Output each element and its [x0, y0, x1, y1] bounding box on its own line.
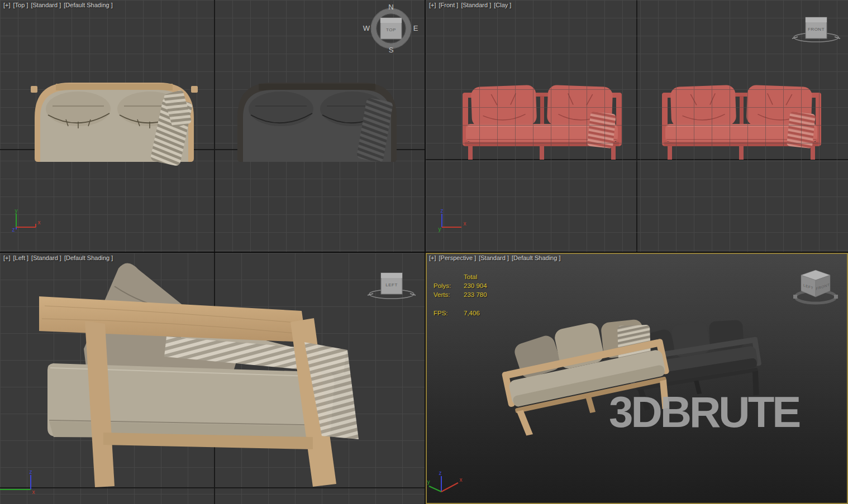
watermark-3dbrute: 3DBRUTE	[609, 390, 799, 434]
viewport-left[interactable]: [+] [Left ] [Standard ] [Default Shading…	[0, 253, 425, 504]
scene-front-view	[426, 0, 848, 252]
compass-north[interactable]: N	[388, 3, 393, 11]
axis-tripod-front: z x y	[427, 208, 471, 243]
shading-menu[interactable]: [Default Shading ]	[512, 255, 560, 261]
viewcube-front[interactable]: FRONT	[791, 6, 841, 50]
viewcube-face-label: FRONT	[808, 27, 825, 32]
stats-gap	[433, 300, 487, 308]
statistics-panel: Total Polys: 230 904 Verts: 233 780 FPS:…	[433, 273, 487, 316]
general-viewport-menu[interactable]: [+]	[429, 2, 436, 8]
sofa-clay-front-view-1[interactable]	[463, 85, 622, 160]
axis-y-label: y	[15, 208, 18, 214]
renderer-menu[interactable]: [Standard ]	[461, 2, 491, 8]
general-viewport-menu[interactable]: [+]	[3, 255, 11, 261]
viewport-menu: [+] [Top ] [Standard ] [Default Shading …	[3, 2, 113, 8]
shading-menu[interactable]: [Clay ]	[494, 2, 511, 8]
point-of-view-menu[interactable]: [Perspective ]	[439, 255, 477, 261]
viewport-menu: [+] [Front ] [Standard ] [Clay ]	[429, 2, 511, 8]
stats-polys-label: Polys:	[433, 282, 457, 289]
stats-polys-value: 230 904	[464, 282, 487, 289]
scene-left-view	[0, 253, 425, 504]
viewport-perspective[interactable]: 3DBRUTE Total Polys: 230 904 Verts: 233 …	[426, 253, 848, 504]
point-of-view-menu[interactable]: [Front ]	[439, 2, 459, 8]
stats-verts-value: 233 780	[464, 291, 487, 298]
axis-x-label: x	[38, 219, 41, 225]
viewcube-face-label: TOP	[386, 27, 396, 32]
point-of-view-menu[interactable]: [Left ]	[13, 255, 29, 261]
sofa-beige-left-view[interactable]	[39, 263, 359, 487]
compass-south[interactable]: S	[389, 46, 394, 54]
renderer-menu[interactable]: [Standard ]	[479, 255, 509, 261]
axis-tripod-perspective: z y x	[426, 471, 470, 504]
axis-y-label: y	[427, 479, 430, 485]
point-of-view-menu[interactable]: [Top ]	[13, 2, 28, 8]
stats-spacer	[433, 273, 457, 280]
sofa-dark-top-view[interactable]	[237, 83, 397, 163]
viewcube-perspective[interactable]: LEFT FRONT	[789, 261, 842, 309]
axis-z-label: z	[441, 208, 444, 214]
stats-fps-value: 7,406	[464, 310, 487, 316]
viewport-front[interactable]: [+] [Front ] [Standard ] [Clay ] FRONT z…	[426, 0, 848, 252]
compass-east[interactable]: E	[413, 24, 418, 32]
viewport-top[interactable]: [+] [Top ] [Standard ] [Default Shading …	[0, 0, 425, 252]
axis-x-label: x	[32, 489, 35, 495]
axis-tripod-left: z x	[0, 469, 45, 504]
sofa-clay-front-view-2[interactable]	[662, 85, 821, 160]
axis-z-label: z	[439, 471, 442, 476]
compass-west[interactable]: W	[363, 24, 370, 32]
axis-y-label: y	[439, 226, 441, 232]
scene-perspective-view	[426, 253, 848, 504]
stats-total-header: Total	[464, 273, 487, 280]
shading-menu[interactable]: [Default Shading ]	[64, 2, 112, 8]
viewcube-left[interactable]: LEFT	[366, 261, 417, 305]
axis-z-label: z	[12, 227, 15, 233]
axis-z-label: z	[30, 469, 32, 475]
viewcube-face-label: LEFT	[385, 282, 398, 287]
renderer-menu[interactable]: [Standard ]	[31, 2, 61, 8]
general-viewport-menu[interactable]: [+]	[429, 255, 436, 261]
axis-x-label: x	[460, 477, 463, 483]
3dsmax-viewport-layout: [+] [Top ] [Standard ] [Default Shading …	[0, 0, 848, 504]
viewport-menu: [+] [Perspective ] [Standard ] [Default …	[429, 255, 560, 261]
stats-fps-label: FPS:	[433, 310, 457, 316]
sofa-beige-top-view[interactable]	[31, 83, 198, 166]
viewcube-top[interactable]: N E S W TOP	[360, 0, 422, 56]
axis-x-label: x	[464, 220, 466, 227]
shading-menu[interactable]: [Default Shading ]	[64, 255, 113, 261]
viewport-menu: [+] [Left ] [Standard ] [Default Shading…	[3, 255, 113, 261]
axis-tripod-top: y x z	[1, 208, 46, 243]
renderer-menu[interactable]: [Standard ]	[31, 255, 61, 261]
stats-verts-label: Verts:	[433, 291, 457, 298]
general-viewport-menu[interactable]: [+]	[3, 2, 11, 8]
